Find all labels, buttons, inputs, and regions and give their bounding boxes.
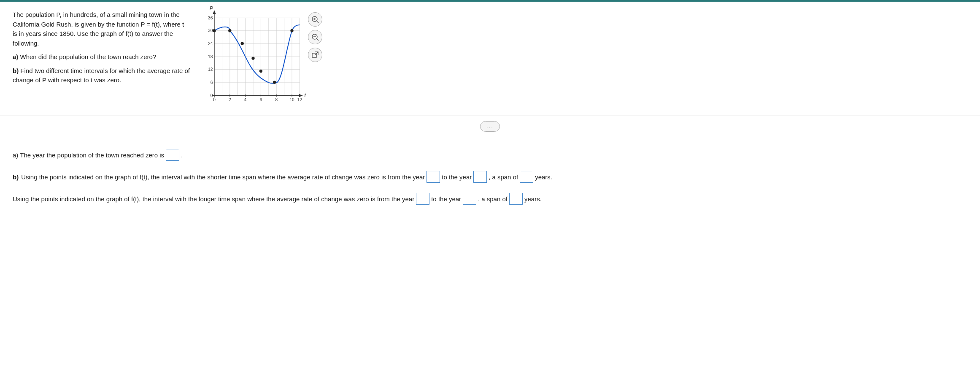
longer-span-text: a span of — [481, 193, 508, 205]
problem-text: The population P, in hundreds, of a smal… — [13, 10, 190, 107]
partb-text: Find two different time intervals for wh… — [13, 67, 190, 84]
shorter-suffix: years. — [535, 171, 552, 183]
longer-span-input[interactable] — [509, 193, 523, 205]
zoom-in-button[interactable] — [308, 12, 322, 27]
x-tick-0: 0 — [213, 97, 216, 102]
parta-label: a) — [13, 53, 18, 60]
longer-suffix: years. — [524, 193, 542, 205]
parta-answer-prefix: a) The year the population of the town r… — [13, 149, 164, 161]
x-tick-8: 8 — [275, 97, 278, 102]
y-tick-12: 12 — [208, 67, 213, 72]
zoom-out-icon — [311, 33, 319, 41]
problem-parta: a) When did the population of the town r… — [13, 52, 190, 62]
shorter-interval-row: b) Using the points indicated on the gra… — [13, 171, 967, 183]
divider-section: ... — [0, 116, 980, 137]
parta-answer-input[interactable] — [166, 149, 179, 161]
parta-text: When did the population of the town reac… — [20, 53, 157, 60]
zoom-in-icon — [311, 16, 319, 23]
x-axis-label: t — [304, 92, 306, 98]
x-tick-2: 2 — [229, 97, 231, 102]
graph-with-controls: P t 36 30 24 18 12 6 0 0 2 — [202, 10, 322, 107]
graph-point-4 — [241, 42, 244, 45]
parta-answer-row: a) The year the population of the town r… — [13, 149, 967, 161]
zoom-out-button[interactable] — [308, 30, 322, 44]
partb-label: b) — [13, 67, 19, 74]
y-tick-18: 18 — [208, 54, 213, 59]
problem-intro: The population P, in hundreds, of a smal… — [13, 10, 190, 48]
ellipsis-text: ... — [486, 123, 494, 130]
graph-svg: P t 36 30 24 18 12 6 0 0 2 — [202, 10, 304, 107]
longer-comma: , — [478, 193, 480, 205]
longer-interval-row: Using the points indicated on the graph … — [13, 193, 967, 205]
external-link-icon — [312, 51, 319, 58]
x-tick-6: 6 — [260, 97, 262, 102]
graph-controls — [308, 12, 322, 107]
x-tick-10: 10 — [289, 97, 294, 102]
longer-prefix: Using the points indicated on the graph … — [13, 193, 414, 205]
shorter-comma: , — [489, 171, 490, 183]
svg-line-32 — [317, 39, 319, 41]
y-axis-arrow — [213, 10, 216, 14]
graph-point-0 — [213, 29, 216, 32]
shorter-to-input[interactable] — [473, 171, 487, 183]
graph-point-8 — [273, 81, 276, 84]
svg-line-29 — [317, 21, 319, 23]
y-tick-30: 30 — [208, 28, 213, 33]
shorter-from-input[interactable] — [427, 171, 440, 183]
longer-to-input[interactable] — [463, 193, 476, 205]
x-tick-12: 12 — [297, 97, 302, 102]
graph-point-10 — [290, 29, 293, 32]
longer-to-text: to the year — [431, 193, 461, 205]
top-section: The population P, in hundreds, of a smal… — [0, 2, 980, 116]
y-tick-6: 6 — [211, 80, 213, 85]
shorter-to-text: to the year — [442, 171, 472, 183]
main-container: The population P, in hundreds, of a smal… — [0, 2, 980, 216]
graph-curve — [214, 25, 300, 84]
answer-section: a) The year the population of the town r… — [0, 137, 980, 216]
y-tick-0: 0 — [211, 93, 213, 98]
graph-point-5 — [251, 57, 254, 59]
shorter-span-input[interactable] — [520, 171, 533, 183]
y-axis-label: P — [210, 5, 213, 11]
graph-point-6 — [259, 70, 262, 73]
graph-point-2 — [228, 29, 231, 32]
problem-partb: b) Find two different time intervals for… — [13, 66, 190, 85]
x-tick-4: 4 — [244, 97, 247, 102]
y-tick-36: 36 — [208, 16, 213, 20]
ellipsis-button[interactable]: ... — [480, 121, 500, 132]
partb-label: b) — [13, 171, 19, 183]
shorter-prefix: Using the points indicated on the graph … — [21, 171, 425, 183]
external-link-button[interactable] — [308, 48, 322, 62]
shorter-span-text: a span of — [492, 171, 518, 183]
y-tick-24: 24 — [208, 41, 213, 46]
parta-answer-suffix: . — [181, 149, 183, 161]
longer-from-input[interactable] — [416, 193, 429, 205]
graph-container: P t 36 30 24 18 12 6 0 0 2 — [202, 10, 322, 107]
